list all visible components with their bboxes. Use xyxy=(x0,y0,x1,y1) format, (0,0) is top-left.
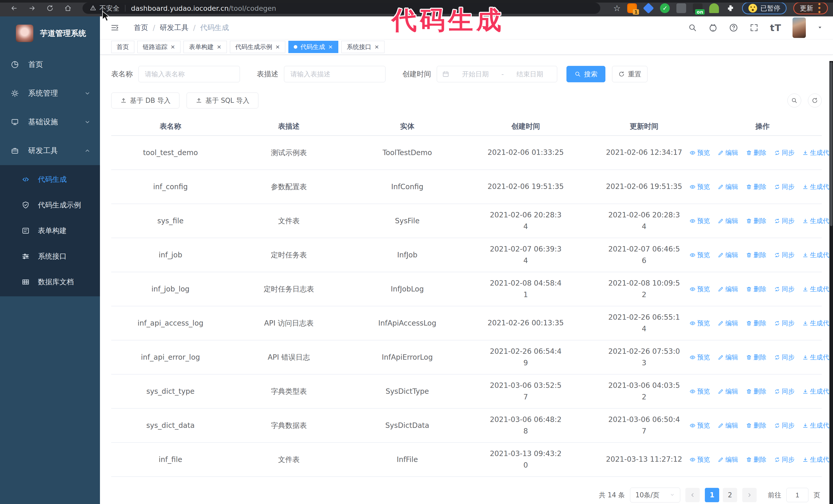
generate-code-link[interactable]: 生成代码 xyxy=(802,251,833,259)
home-icon[interactable] xyxy=(64,4,72,12)
delete-link[interactable]: 删除 xyxy=(746,148,766,157)
app-logo-row[interactable]: 芋道管理系统 xyxy=(0,17,100,50)
breadcrumb-item[interactable]: 首页 xyxy=(134,23,148,32)
preview-link[interactable]: 预览 xyxy=(689,251,710,259)
generate-code-link[interactable]: 生成代码 xyxy=(802,421,833,430)
sync-link[interactable]: 同步 xyxy=(774,183,794,191)
sync-link[interactable]: 同步 xyxy=(774,251,794,259)
page-number-button[interactable]: 1 xyxy=(705,488,719,502)
generate-code-link[interactable]: 生成代码 xyxy=(802,148,833,157)
delete-link[interactable]: 删除 xyxy=(746,455,766,464)
edit-link[interactable]: 编辑 xyxy=(718,421,738,430)
table-row[interactable]: inf_file 文件表 InfFile 2021-03-13 09:43:2 … xyxy=(111,442,822,477)
close-icon[interactable]: × xyxy=(375,44,379,50)
edit-link[interactable]: 编辑 xyxy=(718,217,738,225)
view-tab[interactable]: 代码生成 × xyxy=(288,41,338,53)
start-date-placeholder[interactable]: 开始日期 xyxy=(453,70,497,79)
sync-link[interactable]: 同步 xyxy=(774,148,794,157)
end-date-placeholder[interactable]: 结束日期 xyxy=(508,70,552,79)
close-icon[interactable]: × xyxy=(170,44,175,50)
key-extension-icon[interactable] xyxy=(709,3,719,13)
scrollbar-thumb[interactable] xyxy=(830,62,832,226)
sync-link[interactable]: 同步 xyxy=(774,455,794,464)
view-tab[interactable]: 链路追踪 × xyxy=(137,41,181,53)
table-row[interactable]: inf_job_log 定时任务日志表 InfJobLog 2021-02-08… xyxy=(111,272,822,306)
sidebar-item[interactable]: 研发工具 xyxy=(0,136,100,165)
prev-page-button[interactable] xyxy=(685,488,700,502)
font-size-icon[interactable]: tT xyxy=(770,23,781,33)
breadcrumb-item[interactable]: 研发工具 xyxy=(160,23,188,32)
sidebar-item[interactable]: 首页 xyxy=(0,50,100,79)
gem-extension-icon[interactable] xyxy=(643,3,654,14)
edit-link[interactable]: 编辑 xyxy=(718,319,738,327)
extension-icon[interactable]: 1 xyxy=(627,3,637,13)
preview-link[interactable]: 预览 xyxy=(689,285,710,293)
edit-link[interactable]: 编辑 xyxy=(718,148,738,157)
preview-link[interactable]: 预览 xyxy=(689,455,710,464)
reset-button[interactable]: 重置 xyxy=(612,66,647,82)
page-number-button[interactable]: 2 xyxy=(723,488,737,502)
toggle-search-button[interactable] xyxy=(787,94,801,107)
edit-link[interactable]: 编辑 xyxy=(718,353,738,361)
table-row[interactable]: inf_api_access_log API 访问日志表 InfApiAcces… xyxy=(111,306,822,340)
bookmark-star-icon[interactable]: ☆ xyxy=(613,3,621,13)
table-row[interactable]: sys_dict_type 字典类型表 SysDictType 2021-03-… xyxy=(111,374,822,408)
generate-code-link[interactable]: 生成代码 xyxy=(802,387,833,395)
github-icon[interactable] xyxy=(709,23,718,32)
view-tab[interactable]: 表单构建 × xyxy=(184,41,227,53)
sidebar-subitem[interactable]: 系统接口 xyxy=(0,243,100,269)
preview-link[interactable]: 预览 xyxy=(689,353,710,361)
dark-extension-icon[interactable]: on xyxy=(693,3,703,13)
view-tab[interactable]: 代码生成示例 × xyxy=(230,41,285,53)
update-button[interactable]: 更新 ••• xyxy=(793,2,828,14)
preview-link[interactable]: 预览 xyxy=(689,148,710,157)
table-row[interactable]: inf_job 定时任务表 InfJob 2021-02-07 06:39:3 … xyxy=(111,238,822,272)
forward-icon[interactable] xyxy=(28,4,36,12)
back-icon[interactable] xyxy=(10,4,18,12)
close-icon[interactable]: × xyxy=(217,44,221,50)
preview-link[interactable]: 预览 xyxy=(689,387,710,395)
delete-link[interactable]: 删除 xyxy=(746,217,766,225)
edit-link[interactable]: 编辑 xyxy=(718,285,738,293)
sidebar-subitem[interactable]: 代码生成示例 xyxy=(0,192,100,218)
delete-link[interactable]: 删除 xyxy=(746,387,766,395)
date-range-picker[interactable]: 开始日期 - 结束日期 xyxy=(437,66,557,82)
generate-code-link[interactable]: 生成代码 xyxy=(802,455,833,464)
close-icon[interactable]: × xyxy=(275,44,280,50)
address-bar[interactable]: 不安全 dashboard.yudao.iocoder.cn/tool/code… xyxy=(82,3,600,14)
delete-link[interactable]: 删除 xyxy=(746,319,766,327)
generate-code-link[interactable]: 生成代码 xyxy=(802,285,833,293)
sidebar-subitem[interactable]: 表单构建 xyxy=(0,218,100,243)
table-row[interactable]: inf_api_error_log API 错误日志 InfApiErrorLo… xyxy=(111,340,822,374)
sync-link[interactable]: 同步 xyxy=(774,353,794,361)
generate-code-link[interactable]: 生成代码 xyxy=(802,319,833,327)
generate-code-link[interactable]: 生成代码 xyxy=(802,183,833,191)
next-page-button[interactable] xyxy=(742,488,757,502)
hamburger-icon[interactable] xyxy=(110,23,119,32)
view-tab[interactable]: 首页 xyxy=(111,41,134,53)
table-row[interactable]: inf_config 参数配置表 InfConfig 2021-02-06 19… xyxy=(111,170,822,204)
fullscreen-icon[interactable] xyxy=(749,23,759,32)
help-icon[interactable] xyxy=(729,23,738,32)
extensions-puzzle-icon[interactable] xyxy=(725,3,735,13)
sync-link[interactable]: 同步 xyxy=(774,319,794,327)
import-db-button[interactable]: 基于 DB 导入 xyxy=(111,93,180,109)
sidebar-item[interactable]: 基础设施 xyxy=(0,108,100,136)
delete-link[interactable]: 删除 xyxy=(746,353,766,361)
edit-link[interactable]: 编辑 xyxy=(718,183,738,191)
delete-link[interactable]: 删除 xyxy=(746,183,766,191)
view-tab[interactable]: 系统接口 × xyxy=(341,41,384,53)
table-desc-input[interactable] xyxy=(284,66,385,82)
search-icon[interactable] xyxy=(688,23,697,32)
refresh-button[interactable] xyxy=(808,94,822,107)
table-row[interactable]: sys_dict_data 字典数据表 SysDictData 2021-03-… xyxy=(111,408,822,442)
close-icon[interactable]: × xyxy=(328,44,333,50)
generate-code-link[interactable]: 生成代码 xyxy=(802,353,833,361)
breadcrumb-item[interactable]: 代码生成 xyxy=(200,23,229,32)
page-size-select[interactable]: 10条/页 xyxy=(630,487,680,502)
sync-link[interactable]: 同步 xyxy=(774,421,794,430)
generate-code-link[interactable]: 生成代码 xyxy=(802,217,833,225)
sidebar-subitem[interactable]: 数据库文档 xyxy=(0,269,100,295)
reload-icon[interactable] xyxy=(46,4,54,12)
table-name-input[interactable] xyxy=(138,66,240,82)
